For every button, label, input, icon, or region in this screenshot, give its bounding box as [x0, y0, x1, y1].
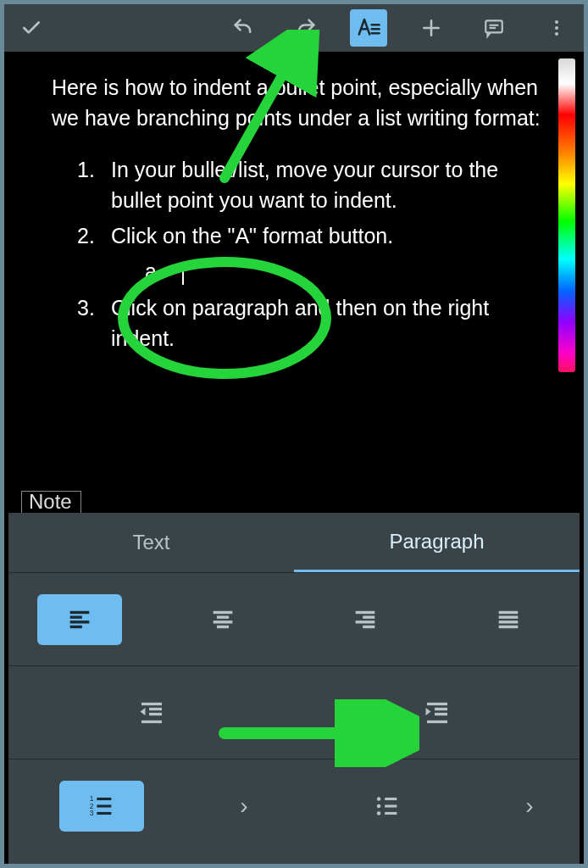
align-right-button[interactable]: [294, 573, 437, 665]
more-button[interactable]: [538, 9, 575, 47]
svg-text:3: 3: [89, 809, 93, 817]
document-editor[interactable]: Here is how to indent a bullet point, es…: [4, 52, 584, 491]
intro-text: Here is how to indent a bullet point, es…: [52, 72, 550, 134]
svg-rect-3: [485, 20, 502, 32]
tab-text[interactable]: Text: [8, 513, 294, 572]
format-button[interactable]: [350, 9, 387, 47]
svg-point-6: [555, 20, 558, 24]
numbered-list-button[interactable]: 1 2 3: [8, 760, 194, 852]
align-center-button[interactable]: [152, 573, 295, 665]
list-item[interactable]: Click on the "A" format button.: [77, 220, 550, 287]
sub-list: [111, 256, 550, 287]
panel-tabs: Text Paragraph: [8, 513, 580, 572]
tab-paragraph[interactable]: Paragraph: [294, 513, 580, 572]
numbered-list-expand[interactable]: ›: [194, 760, 294, 852]
decrease-indent-button[interactable]: [8, 666, 294, 759]
add-button[interactable]: [413, 9, 450, 47]
list-type-row: 1 2 3 › ›: [8, 759, 580, 852]
sub-list-item[interactable]: [145, 256, 550, 287]
align-row: [8, 572, 580, 665]
undo-button[interactable]: [225, 9, 262, 47]
bulleted-list-expand[interactable]: ›: [480, 760, 580, 852]
comment-button[interactable]: [475, 9, 513, 47]
svg-point-40: [376, 804, 380, 808]
chevron-right-icon: ›: [240, 793, 247, 820]
bulleted-list-button[interactable]: [294, 760, 480, 852]
color-picker-strip[interactable]: [558, 58, 575, 372]
chevron-right-icon: ›: [525, 793, 533, 820]
svg-point-7: [555, 26, 558, 30]
align-justify-button[interactable]: [437, 573, 580, 665]
done-button[interactable]: [13, 9, 50, 47]
align-left-button[interactable]: [8, 573, 152, 665]
numbered-list: In your bullet/list, move your cursor to…: [52, 154, 550, 354]
top-toolbar: [4, 4, 584, 52]
svg-point-8: [555, 32, 558, 36]
list-item[interactable]: In your bullet/list, move your cursor to…: [77, 154, 550, 216]
increase-indent-button[interactable]: [294, 666, 580, 759]
svg-point-41: [376, 811, 380, 815]
list-item[interactable]: Click on paragraph and then on the right…: [77, 292, 550, 354]
text-cursor: [182, 263, 184, 285]
redo-button[interactable]: [287, 9, 325, 47]
format-panel: Text Paragraph: [8, 513, 580, 864]
indent-row: [8, 665, 580, 759]
svg-point-39: [376, 797, 380, 801]
